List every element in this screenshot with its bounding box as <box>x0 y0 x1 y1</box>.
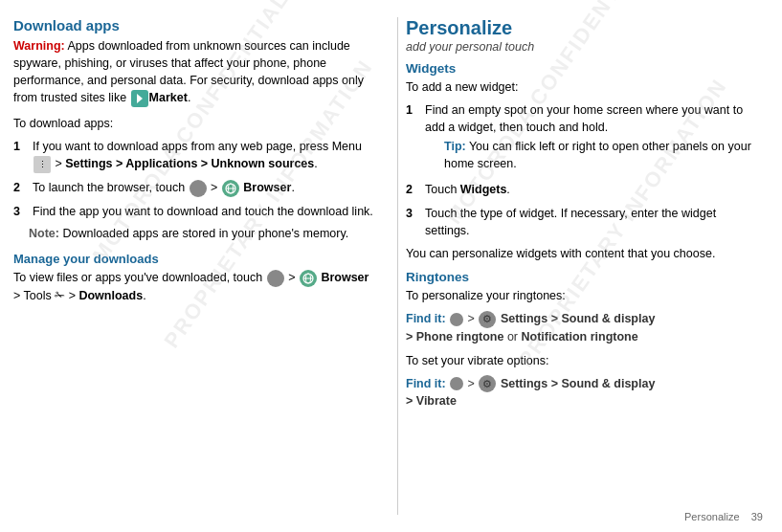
footer-label: Personalize <box>684 511 739 522</box>
gear-icon-2: ⚙ <box>479 375 496 392</box>
tip-label: Tip: <box>444 140 466 153</box>
globe-icon-1 <box>222 180 239 197</box>
circle-icon-3 <box>450 313 463 326</box>
find-it-label-2: Find it: <box>406 377 446 390</box>
widgets-intro: To add a new widget: <box>406 78 763 96</box>
widgets-title: Widgets <box>406 61 763 76</box>
right-step-1-num: 1 <box>406 101 421 175</box>
vibrate-intro: To set your vibrate options: <box>406 352 763 369</box>
note-text: Downloaded apps are stored in your phone… <box>59 227 348 240</box>
market-end: . <box>188 91 190 104</box>
to-download-label: To download apps: <box>13 115 377 132</box>
circle-icon-2 <box>267 270 284 287</box>
step-1-content: If you want to download apps from any we… <box>33 138 377 173</box>
circle-icon-1 <box>190 180 207 197</box>
left-section-title: Download apps <box>13 17 377 33</box>
right-step-1: 1 Find an empty spot on your home screen… <box>406 101 763 175</box>
right-step-3: 3 Touch the type of widget. If necessary… <box>406 205 763 239</box>
footer: Personalize 39 <box>684 511 763 522</box>
market-bold: Market <box>149 91 188 104</box>
right-main-title: Personalize <box>406 17 763 39</box>
step-3-content: Find the app you want to download and to… <box>33 203 377 220</box>
warning-block: Warning: Apps downloaded from unknown so… <box>13 37 377 107</box>
note-label: Note: <box>29 227 59 240</box>
find-it-label-1: Find it: <box>406 312 446 325</box>
widgets-outro: You can personalize widgets with content… <box>406 245 763 262</box>
right-step-2: 2 Touch Widgets. <box>406 181 763 198</box>
manage-para: To view files or apps you've downloaded,… <box>13 269 377 304</box>
globe-icon-2 <box>300 270 317 287</box>
step-1: 1 If you want to download apps from any … <box>13 138 377 173</box>
tip-text: You can flick left or right to open othe… <box>444 140 751 170</box>
step-3: 3 Find the app you want to download and … <box>13 203 377 220</box>
menu-icon-1: ⋮ <box>34 156 51 173</box>
find-it-1: Find it: > ⚙ Settings > Sound & display>… <box>406 310 763 346</box>
find-it-2: Find it: > ⚙ Settings > Sound & display>… <box>406 375 763 411</box>
right-step-3-num: 3 <box>406 205 421 239</box>
svg-marker-0 <box>137 94 143 103</box>
note-block: Note: Downloaded apps are stored in your… <box>29 226 377 243</box>
left-column: Download apps Warning: Apps downloaded f… <box>13 17 377 515</box>
step-1-num: 1 <box>13 138 29 173</box>
step-3-num: 3 <box>13 203 29 220</box>
ringtones-intro: To personalize your ringtones: <box>406 287 763 304</box>
step-2-content: To launch the browser, touch > Browser. <box>33 179 377 197</box>
page-container: Download apps Warning: Apps downloaded f… <box>0 0 782 532</box>
right-column: Personalize add your personal touch Widg… <box>406 17 763 515</box>
right-step-2-num: 2 <box>406 181 421 198</box>
step-2: 2 To launch the browser, touch > Browser… <box>13 179 377 197</box>
manage-title: Manage your downloads <box>13 252 377 266</box>
column-divider <box>397 17 398 515</box>
right-subtitle: add your personal touch <box>406 40 763 54</box>
tip-block: Tip: You can flick left or right to open… <box>444 139 763 172</box>
right-step-3-content: Touch the type of widget. If necessary, … <box>425 205 763 239</box>
right-step-2-content: Touch Widgets. <box>425 181 763 198</box>
circle-icon-4 <box>450 377 463 390</box>
ringtones-title: Ringtones <box>406 270 763 284</box>
page-number: 39 <box>751 511 763 522</box>
market-icon <box>131 90 148 107</box>
right-step-1-content: Find an empty spot on your home screen w… <box>425 101 763 175</box>
warning-label: Warning: <box>13 39 65 53</box>
step-2-num: 2 <box>13 179 29 197</box>
gear-icon-1: ⚙ <box>479 311 496 328</box>
